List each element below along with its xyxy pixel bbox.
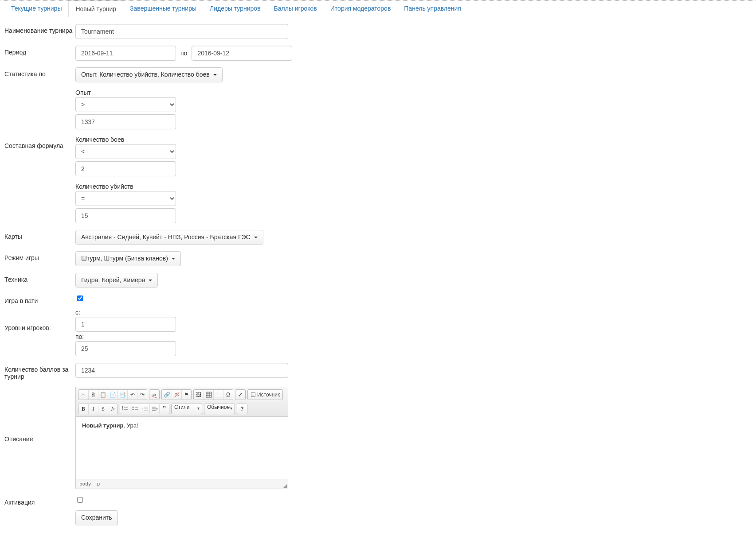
spellcheck-icon[interactable]: ab bbox=[149, 390, 159, 400]
undo-icon[interactable]: ↶ bbox=[127, 390, 137, 400]
formula-val-1[interactable] bbox=[75, 161, 176, 176]
stats-dropdown-text: Опыт, Количество убийств, Количество бое… bbox=[81, 71, 210, 78]
label-period: Период bbox=[4, 46, 75, 56]
stats-dropdown[interactable]: Опыт, Количество убийств, Количество бое… bbox=[75, 67, 223, 82]
formula-label-2: Количество убийств bbox=[75, 183, 176, 190]
numbered-list-icon[interactable]: 12 bbox=[120, 404, 130, 414]
label-stats-by: Статистика по bbox=[4, 67, 75, 78]
period-separator: по bbox=[180, 50, 187, 57]
blockquote-icon[interactable]: ” bbox=[159, 404, 169, 414]
hr-icon[interactable]: — bbox=[213, 390, 223, 400]
svg-text:ab: ab bbox=[152, 392, 156, 397]
label-party: Игра в пати bbox=[4, 294, 75, 304]
maps-dropdown[interactable]: Австралия - Сидней, Кувейт - НПЗ, Россия… bbox=[75, 230, 263, 245]
editor-toolbar: ✂ ⎘ 📋 📄 📑 ↶ ↷ ab 🔗 ⚑ bbox=[76, 387, 288, 417]
paste-word-icon[interactable]: 📑 bbox=[118, 390, 127, 400]
resize-handle[interactable] bbox=[283, 484, 287, 488]
caret-icon bbox=[213, 74, 217, 76]
label-mode: Режим игры bbox=[4, 251, 75, 261]
format-select-text: Обычное bbox=[207, 404, 230, 410]
editor-content[interactable]: Новый турнир. Ура! bbox=[76, 417, 288, 479]
formula-val-0[interactable] bbox=[75, 114, 176, 129]
label-tech: Техника bbox=[4, 273, 75, 283]
tab-leaders[interactable]: Лидеры турниров bbox=[203, 0, 267, 17]
paste-icon[interactable]: 📋 bbox=[98, 390, 108, 400]
redo-icon[interactable]: ↷ bbox=[137, 390, 147, 400]
paste-text-icon[interactable]: 📄 bbox=[108, 390, 118, 400]
formula-block-2: Количество убийств = bbox=[75, 183, 176, 223]
format-select[interactable]: Обычное bbox=[204, 404, 235, 414]
label-maps: Карты bbox=[4, 230, 75, 240]
tech-dropdown-text: Гидра, Борей, Химера bbox=[81, 276, 145, 284]
editor-bold-text: Новый турнир bbox=[82, 422, 124, 429]
unlink-icon[interactable] bbox=[172, 390, 181, 400]
tab-player-points[interactable]: Баллы игроков bbox=[267, 0, 324, 17]
formula-val-2[interactable] bbox=[75, 208, 176, 223]
copy-icon[interactable]: ⎘ bbox=[88, 390, 98, 400]
mode-dropdown[interactable]: Штурм, Штурм (Битва кланов) bbox=[75, 251, 181, 266]
svg-line-1 bbox=[174, 392, 179, 397]
formula-op-0[interactable]: > bbox=[75, 97, 176, 112]
outdent-icon[interactable] bbox=[140, 404, 149, 414]
mode-dropdown-text: Штурм, Штурм (Битва кланов) bbox=[81, 255, 168, 262]
styles-select-text: Стили bbox=[174, 404, 190, 410]
maximize-icon[interactable]: ⤢ bbox=[235, 390, 245, 400]
source-button-text: Источник bbox=[257, 392, 280, 398]
save-button[interactable]: Сохранить bbox=[75, 510, 118, 525]
label-points: Количество баллов за турнир bbox=[4, 363, 75, 380]
level-to-input[interactable] bbox=[75, 341, 176, 356]
tab-mod-history[interactable]: Итория модераторов bbox=[324, 0, 398, 17]
caret-icon bbox=[254, 237, 258, 238]
svg-point-15 bbox=[132, 409, 133, 410]
svg-rect-7 bbox=[251, 393, 255, 397]
name-input[interactable] bbox=[75, 24, 288, 39]
italic-icon[interactable]: I bbox=[88, 404, 98, 414]
anchor-icon[interactable]: ⚑ bbox=[181, 390, 191, 400]
tab-finished-tournaments[interactable]: Завершенные турниры bbox=[123, 0, 203, 17]
indent-icon[interactable] bbox=[149, 404, 159, 414]
label-level-from: с: bbox=[75, 309, 176, 316]
bullet-list-icon[interactable] bbox=[130, 404, 140, 414]
tech-dropdown[interactable]: Гидра, Борей, Химера bbox=[75, 273, 158, 288]
formula-label-1: Количество боев bbox=[75, 136, 176, 143]
label-description: Описание bbox=[4, 387, 75, 443]
formula-op-1[interactable]: < bbox=[75, 144, 176, 159]
label-activation: Активация bbox=[4, 496, 75, 506]
help-icon[interactable]: ? bbox=[237, 404, 247, 414]
formula-block-1: Количество боев < bbox=[75, 136, 176, 176]
tab-new-tournament[interactable]: Новый турнир bbox=[68, 0, 123, 17]
date-to-input[interactable] bbox=[192, 46, 292, 61]
specialchar-icon[interactable]: Ω bbox=[223, 390, 233, 400]
source-button[interactable]: Источник bbox=[248, 390, 282, 400]
bold-icon[interactable]: B bbox=[78, 404, 88, 414]
points-input[interactable] bbox=[75, 363, 288, 378]
strike-icon[interactable]: S bbox=[98, 404, 108, 414]
label-level-to: по: bbox=[75, 333, 176, 340]
tab-control-panel[interactable]: Панель управления bbox=[397, 0, 468, 17]
label-levels: Уровни игроков: bbox=[4, 309, 75, 331]
styles-select[interactable]: Стили bbox=[171, 404, 202, 414]
image-icon[interactable]: 🖼 bbox=[194, 390, 204, 400]
label-formula: Составная формула bbox=[4, 89, 75, 149]
svg-text:2: 2 bbox=[122, 408, 123, 411]
editor-path[interactable]: body p bbox=[76, 479, 288, 489]
caret-icon bbox=[172, 258, 175, 260]
table-icon[interactable] bbox=[204, 390, 213, 400]
activation-checkbox[interactable] bbox=[77, 497, 83, 503]
removeformat-icon[interactable]: Ix bbox=[108, 404, 118, 414]
cut-icon[interactable]: ✂ bbox=[78, 390, 88, 400]
editor-text: . Ура! bbox=[124, 422, 138, 429]
level-from-input[interactable] bbox=[75, 317, 176, 332]
svg-point-14 bbox=[132, 407, 133, 408]
formula-block-0: Опыт > bbox=[75, 89, 176, 129]
tab-current-tournaments[interactable]: Текущие турниры bbox=[4, 0, 68, 17]
svg-rect-2 bbox=[206, 392, 212, 397]
rich-editor: ✂ ⎘ 📋 📄 📑 ↶ ↷ ab 🔗 ⚑ bbox=[75, 387, 288, 489]
link-icon[interactable]: 🔗 bbox=[162, 390, 172, 400]
tab-bar: Текущие турниры Новый турнир Завершенные… bbox=[0, 0, 756, 17]
formula-op-2[interactable]: = bbox=[75, 191, 176, 206]
date-from-input[interactable] bbox=[75, 46, 176, 61]
label-name: Наименование турнира bbox=[4, 24, 75, 34]
party-checkbox[interactable] bbox=[77, 295, 83, 301]
formula-label-0: Опыт bbox=[75, 89, 176, 96]
